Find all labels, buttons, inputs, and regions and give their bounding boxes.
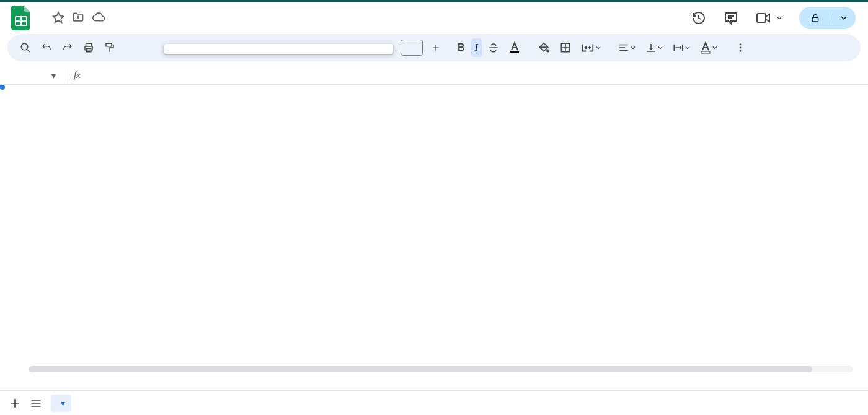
lock-icon — [810, 13, 820, 23]
document-title[interactable] — [40, 16, 45, 19]
meet-icon[interactable] — [756, 11, 782, 25]
cloud-status-icon[interactable] — [92, 11, 105, 24]
print-icon[interactable] — [79, 38, 98, 57]
paint-format-icon[interactable] — [100, 38, 119, 57]
move-folder-icon[interactable] — [72, 11, 84, 24]
svg-rect-7 — [106, 43, 112, 46]
font-size-input[interactable] — [401, 40, 423, 56]
svg-rect-8 — [510, 51, 519, 53]
toolbar: B I — [7, 34, 861, 61]
h-align-icon[interactable] — [614, 38, 639, 57]
format-menu-dropdown — [164, 44, 393, 54]
more-toolbar-icon[interactable] — [731, 38, 750, 57]
horizontal-scrollbar[interactable] — [29, 366, 853, 372]
svg-rect-11 — [701, 51, 710, 53]
svg-rect-1 — [757, 14, 766, 22]
redo-icon[interactable] — [58, 38, 77, 57]
all-sheets-icon[interactable] — [30, 397, 42, 409]
svg-point-9 — [547, 50, 549, 51]
increase-font-icon[interactable] — [428, 40, 444, 56]
share-button[interactable] — [799, 7, 856, 29]
sheet-tab[interactable]: ▾ — [51, 395, 71, 412]
rotate-icon[interactable] — [696, 38, 721, 58]
star-icon[interactable] — [52, 11, 64, 24]
svg-point-12 — [739, 43, 741, 45]
svg-point-3 — [21, 43, 28, 50]
chevron-down-icon: ▾ — [51, 71, 56, 81]
svg-point-14 — [739, 50, 741, 52]
search-menu-icon[interactable] — [16, 38, 35, 57]
add-sheet-icon[interactable] — [9, 397, 21, 409]
wrap-icon[interactable] — [669, 38, 694, 57]
name-box[interactable]: ▾ — [0, 66, 62, 84]
strikethrough-icon[interactable] — [484, 38, 503, 57]
fill-color-icon[interactable] — [534, 38, 554, 58]
fx-icon: fx — [70, 70, 84, 81]
italic-icon[interactable]: I — [471, 38, 482, 57]
sheets-logo-icon[interactable] — [9, 6, 33, 30]
text-color-icon[interactable] — [505, 38, 524, 58]
merge-cells-icon[interactable] — [577, 38, 604, 57]
chevron-down-icon: ▾ — [61, 398, 65, 408]
share-dropdown-icon[interactable] — [833, 13, 847, 23]
svg-point-13 — [739, 47, 741, 49]
bold-icon[interactable]: B — [454, 38, 469, 57]
borders-icon[interactable] — [556, 38, 575, 57]
undo-icon[interactable] — [37, 38, 56, 57]
svg-rect-2 — [812, 17, 818, 22]
v-align-icon[interactable] — [642, 38, 666, 57]
history-icon[interactable] — [691, 11, 706, 25]
comments-icon[interactable] — [724, 11, 738, 25]
